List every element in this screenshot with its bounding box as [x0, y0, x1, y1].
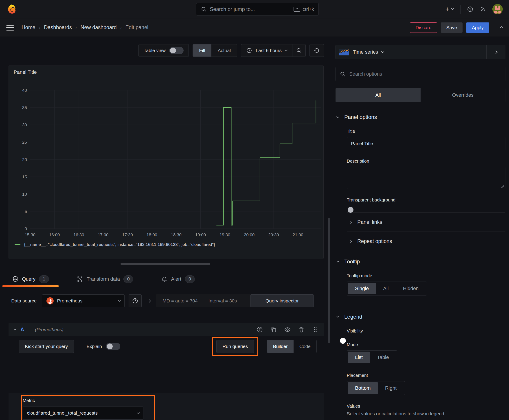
svg-text:0: 0	[24, 226, 27, 231]
svg-text:17:00: 17:00	[98, 232, 109, 237]
database-icon	[12, 276, 18, 282]
visualization-name: Time series	[353, 49, 378, 55]
svg-text:10: 10	[22, 192, 27, 196]
tab-query[interactable]: Query 1	[2, 271, 59, 287]
query-row-header[interactable]: A (Prometheus)	[8, 323, 324, 336]
tab-transform-data[interactable]: Transform data 0	[67, 271, 143, 287]
divider	[495, 23, 495, 32]
panel-title-input[interactable]	[347, 137, 505, 150]
svg-text:19:30: 19:30	[220, 232, 230, 237]
legend-list-option[interactable]: List	[348, 352, 370, 363]
help-circle-icon[interactable]	[257, 326, 263, 333]
prometheus-icon	[46, 297, 54, 305]
tab-query-label: Query	[22, 276, 36, 282]
tooltip-all-option[interactable]: All	[376, 283, 396, 294]
svg-text:5: 5	[24, 209, 27, 214]
kick-start-query-button[interactable]: Kick start your query	[19, 340, 74, 353]
tooltip-hidden-option[interactable]: Hidden	[396, 283, 426, 294]
fill-actual-group: Fill Actual	[193, 44, 237, 57]
search-icon	[201, 6, 207, 12]
breadcrumb-separator: ›	[120, 25, 122, 30]
panel-options-section-header[interactable]: Panel options	[335, 114, 505, 120]
table-view-toggle[interactable]	[169, 47, 183, 54]
chevron-right-icon	[349, 240, 352, 243]
grafana-logo-icon[interactable]	[6, 4, 17, 15]
code-option[interactable]: Code	[294, 340, 316, 353]
legend-label[interactable]: {__name__="cloudflared_tunnel_total_requ…	[24, 242, 215, 247]
explain-toggle[interactable]	[106, 343, 120, 350]
datasource-help-button[interactable]	[129, 294, 142, 307]
metric-select[interactable]: cloudflared_tunnel_total_requests	[23, 406, 144, 420]
fill-option[interactable]: Fill	[193, 45, 211, 57]
transform-icon	[77, 276, 83, 282]
chevron-down-icon	[118, 299, 121, 302]
discard-button[interactable]: Discard	[410, 22, 437, 33]
tooltip-single-option[interactable]: Single	[348, 283, 376, 294]
viz-suggestions-button[interactable]	[486, 45, 505, 59]
search-options-input[interactable]: Search options	[335, 67, 505, 81]
max-datapoints-stat: MD = auto = 704	[162, 298, 198, 304]
visualization-picker[interactable]: Time series	[335, 45, 486, 59]
builder-code-switch: Builder Code	[267, 340, 317, 353]
breadcrumb-dashboards[interactable]: Dashboards	[44, 24, 72, 30]
time-range-picker[interactable]: Last 6 hours	[241, 45, 292, 57]
save-button[interactable]: Save	[441, 22, 463, 33]
filter-overrides-option[interactable]: Overrides	[421, 88, 505, 102]
avatar[interactable]	[492, 4, 503, 14]
refresh-button[interactable]	[310, 45, 324, 57]
query-toolbar-row: Kick start your query Explain Run querie…	[19, 340, 317, 353]
pane-resize-handle[interactable]	[121, 263, 210, 265]
svg-text:16:30: 16:30	[73, 232, 84, 237]
actual-option[interactable]: Actual	[211, 45, 237, 57]
svg-text:15:30: 15:30	[25, 232, 36, 237]
trash-icon[interactable]	[298, 326, 304, 333]
resize-corner-icon[interactable]	[501, 184, 504, 188]
placement-right-option[interactable]: Right	[378, 382, 404, 394]
duplicate-icon[interactable]	[270, 326, 277, 333]
query-editor-card: A (Prometheus)	[8, 323, 324, 420]
svg-text:20:30: 20:30	[268, 232, 279, 237]
panel-links-section[interactable]: Panel links	[335, 213, 505, 232]
new-button[interactable]: +	[445, 5, 454, 13]
apply-button[interactable]: Apply	[466, 22, 489, 33]
tab-alert[interactable]: Alert 0	[151, 271, 205, 287]
run-queries-button[interactable]: Run queries	[216, 340, 254, 353]
filter-all-option[interactable]: All	[336, 88, 421, 102]
news-rss-icon[interactable]	[480, 6, 486, 12]
panel-preview[interactable]: 051015202530354015:3016:0016:3017:0017:3…	[8, 66, 324, 259]
placement-bottom-option[interactable]: Bottom	[348, 382, 378, 394]
visualization-picker-row: Time series	[335, 45, 505, 59]
zoom-out-icon	[296, 48, 302, 53]
svg-text:35: 35	[22, 105, 27, 110]
breadcrumb: Home › Dashboards › New dashboard › Edit…	[22, 24, 148, 30]
collapse-header-icon[interactable]	[500, 26, 503, 30]
query-datasource-hint: (Prometheus)	[35, 327, 63, 332]
datasource-picker[interactable]: Prometheus	[42, 294, 125, 307]
drag-handle-icon[interactable]	[312, 326, 319, 333]
section-divider	[332, 306, 509, 306]
svg-text:25: 25	[22, 140, 27, 144]
global-search-input[interactable]: Search or jump to... ctrl+k	[196, 3, 319, 16]
explain-control: Explain	[86, 343, 120, 350]
legend-values-label: Values	[347, 404, 505, 409]
time-series-viz-icon	[339, 49, 349, 55]
eye-icon[interactable]	[284, 326, 291, 333]
legend-table-option[interactable]: Table	[370, 352, 396, 363]
tooltip-section-header[interactable]: Tooltip	[335, 258, 505, 265]
breadcrumb-home[interactable]: Home	[22, 24, 35, 30]
chevron-right-icon[interactable]	[147, 299, 151, 303]
panel-actions: Discard Save Apply	[410, 22, 503, 33]
description-textarea[interactable]	[347, 167, 505, 189]
query-stats: MD = auto = 704 Interval = 30s Query ins…	[156, 294, 314, 307]
breadcrumb-new-dashboard[interactable]: New dashboard	[81, 24, 117, 30]
collapse-query-icon[interactable]	[14, 328, 16, 330]
repeat-options-section[interactable]: Repeat options	[335, 232, 505, 251]
help-icon[interactable]	[467, 6, 473, 12]
zoom-out-time-button[interactable]	[292, 45, 305, 57]
query-inspector-button[interactable]: Query inspector	[251, 294, 314, 307]
top-nav: Search or jump to... ctrl+k +	[0, 0, 509, 18]
builder-option[interactable]: Builder	[267, 340, 293, 353]
legend-section-header[interactable]: Legend	[335, 314, 505, 320]
legend-placement-switch: Bottom Right	[347, 381, 405, 395]
menu-toggle-icon[interactable]	[6, 25, 14, 30]
